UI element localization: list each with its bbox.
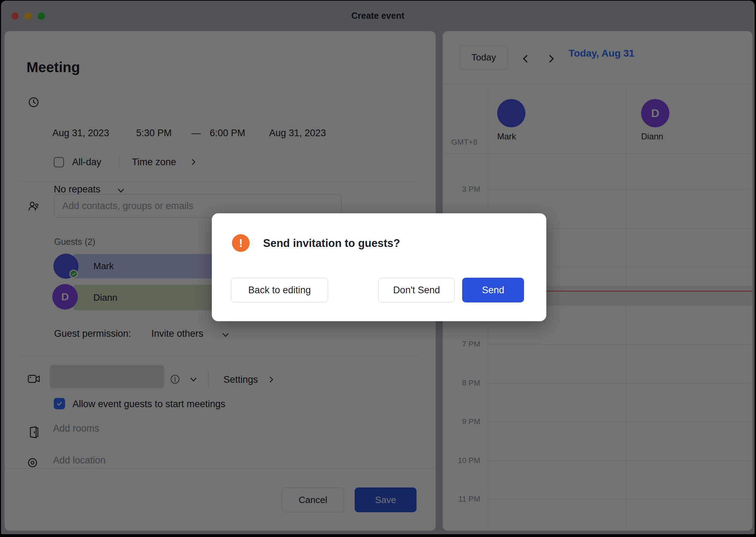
send-invitation-dialog: ! Send invitation to guests? Back to edi… [212,213,546,321]
screenshot-frame: Create event Meeting Aug 31, 2023 5:30 P… [0,0,756,537]
dont-send-button[interactable]: Don't Send [378,278,455,302]
back-to-editing-button[interactable]: Back to editing [231,278,328,302]
dialog-title: Send invitation to guests? [263,237,400,250]
warning-icon: ! [232,234,250,252]
send-button[interactable]: Send [462,278,524,302]
